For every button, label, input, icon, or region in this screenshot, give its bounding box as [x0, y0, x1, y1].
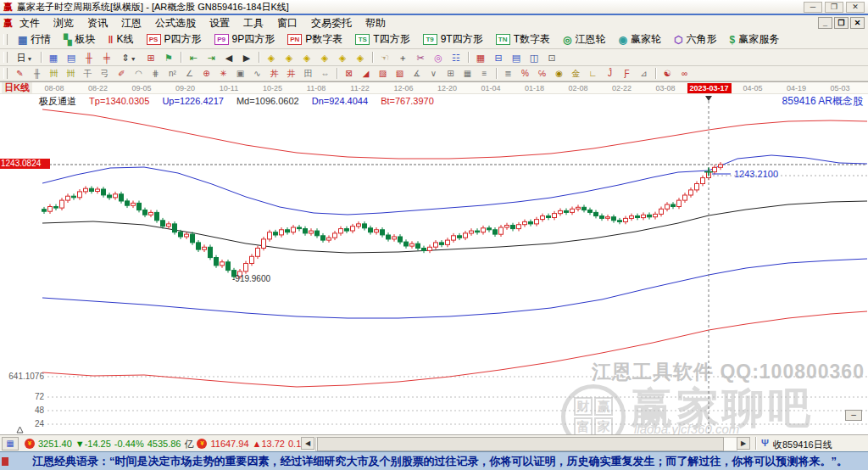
scrollbar-thumb[interactable] — [317, 437, 724, 451]
calendar-button[interactable]: ▦ — [472, 51, 489, 64]
crosshair-tool-button[interactable]: ＋ — [394, 51, 411, 64]
infinity-tool-button[interactable]: ∞ — [676, 68, 693, 80]
kline-style-2-button[interactable]: ╪ — [98, 51, 115, 64]
ruled-frame-button[interactable]: ▦ — [459, 68, 476, 80]
restore-button[interactable]: ❐ — [825, 2, 843, 13]
9t-square-button[interactable]: T99T四方形 — [417, 32, 489, 47]
period-selector-button[interactable]: 日▼ — [12, 51, 37, 64]
zoom-diamond-plus-button[interactable]: ◈ — [316, 51, 333, 64]
price-ruler-button[interactable]: 干 — [80, 68, 96, 80]
target-circle-button[interactable]: ⊕ — [198, 68, 214, 80]
gann-grid-2-button[interactable]: 卌 — [63, 68, 79, 80]
winner-service-button[interactable]: $赢家服务 — [723, 32, 785, 47]
taiji-tool-button[interactable]: ☯ — [659, 68, 676, 80]
menu-item-1[interactable]: 浏览 — [47, 15, 81, 31]
photo-frame-button[interactable]: ▣ — [232, 68, 248, 80]
menu-item-3[interactable]: 江恩 — [114, 15, 148, 31]
ray-fan-button[interactable]: ◢ — [358, 68, 374, 80]
quote-grid-button[interactable]: ▦ — [2, 437, 19, 450]
menu-item-5[interactable]: 设置 — [203, 15, 236, 31]
scroll-right-button[interactable]: ▶ — [737, 437, 750, 450]
zoom-diamond-h-button[interactable]: ◈ — [298, 51, 315, 64]
multi-chart-button[interactable]: ⊞ — [142, 51, 159, 64]
kline-style-1-button[interactable]: ╫ — [81, 51, 97, 64]
t-number-table-button[interactable]: TNT数字表 — [490, 32, 556, 47]
zoom-diamond-full-button[interactable]: ◈ — [352, 51, 369, 64]
well-marker-1-button[interactable]: 丼 — [266, 68, 282, 80]
gann-ruler-button[interactable]: ◎ — [430, 51, 447, 64]
p-number-table-button[interactable]: PNP数字表 — [281, 32, 348, 47]
zigzag-tool-button[interactable]: ∿ — [249, 68, 265, 80]
golden-band-button[interactable]: 金 — [568, 68, 584, 80]
measure-tool-button[interactable]: ✂ — [412, 51, 429, 64]
candle-scale-button[interactable]: ⇕▼ — [116, 51, 142, 64]
hand-tool-button[interactable]: ☜ — [376, 51, 393, 64]
jump-last-button[interactable]: ⇥ — [203, 51, 220, 64]
window-layout-button[interactable]: ▦ — [45, 51, 62, 64]
jump-first-button[interactable]: ⇤ — [185, 51, 202, 64]
parallel-lines-button[interactable]: ≡ — [476, 68, 492, 80]
golden-section-button[interactable]: ◉ — [551, 68, 567, 80]
trend-marker-button[interactable]: ✐ — [114, 68, 130, 80]
menu-item-4[interactable]: 公式选股 — [148, 15, 203, 31]
child-minimize-button[interactable]: _ — [818, 17, 832, 29]
n-square-button[interactable]: n² — [164, 68, 181, 80]
box-grid-button[interactable]: 田 — [300, 68, 316, 80]
close-button[interactable]: ✕ — [846, 2, 865, 13]
menu-item-7[interactable]: 窗口 — [270, 15, 304, 31]
9p-square-button[interactable]: P99P四方形 — [209, 32, 281, 47]
kline-button[interactable]: ‖K线 — [103, 32, 140, 47]
gann-wheel-button[interactable]: ◎江恩轮 — [557, 32, 611, 47]
menu-item-9[interactable]: 帮助 — [359, 15, 392, 31]
gold-angle-button[interactable]: ∟ — [585, 68, 601, 80]
menu-item-2[interactable]: 资讯 — [81, 15, 114, 31]
winner-wheel-button[interactable]: ◉赢家轮 — [612, 32, 666, 47]
span-marker-button[interactable]: ⇔ — [317, 68, 333, 80]
save-button[interactable]: ◫ — [526, 51, 542, 64]
angle-tool-button[interactable]: ∠ — [181, 68, 198, 80]
menu-item-0[interactable]: 文件 — [13, 15, 47, 31]
slope-tool-button[interactable]: ⊿ — [636, 68, 652, 80]
formula-tool-button[interactable]: ☷ — [448, 51, 465, 64]
minimize-button[interactable]: ─ — [804, 2, 822, 13]
scroll-left-button[interactable]: ◀ — [301, 437, 314, 450]
star-tool-button[interactable]: ✳ — [215, 68, 231, 80]
hexagon-button[interactable]: ⬡六角形 — [668, 32, 722, 47]
arc-tool-button[interactable]: ◠ — [131, 68, 147, 80]
percent-box-button[interactable]: ℅ — [534, 68, 550, 80]
fill-box-1-button[interactable]: ▨ — [375, 68, 391, 80]
flag-marker-button[interactable]: ⚑ — [160, 51, 177, 64]
quotes-button[interactable]: ▦行情 — [12, 32, 57, 47]
chart-minimize-button[interactable]: ─ — [845, 410, 862, 421]
measure-list-button[interactable]: ≣ — [500, 68, 516, 80]
zoom-diamond-left-button[interactable]: ◈ — [263, 51, 280, 64]
polyline-tool-button[interactable]: ∨ — [426, 68, 442, 80]
fill-box-2-button[interactable]: ▧ — [392, 68, 408, 80]
step-back-button[interactable]: ◀ — [220, 51, 237, 64]
child-restore-button[interactable]: ❐ — [834, 17, 849, 29]
j-line-button[interactable]: Ĵ — [602, 68, 618, 80]
percent-tool-button[interactable]: % — [517, 68, 533, 80]
sectors-button[interactable]: ▚板块 — [58, 32, 101, 47]
erase-tool-button[interactable]: ⊠ — [341, 68, 357, 80]
menu-item-6[interactable]: 工具 — [236, 15, 270, 31]
time-rulers-button[interactable]: ╫ — [29, 68, 45, 80]
hash-grid-button[interactable]: ⋕ — [147, 68, 164, 80]
well-marker-2-button[interactable]: 井 — [283, 68, 299, 80]
slant-pen-button[interactable]: ∡ — [409, 68, 425, 80]
zoom-diamond-v-button[interactable]: ◈ — [334, 51, 351, 64]
spiral-tool-button[interactable]: 弓 — [97, 68, 113, 80]
info-board-button[interactable]: ▤ — [63, 51, 80, 64]
p-square-button[interactable]: PSP四方形 — [141, 32, 208, 47]
pen-tool-button[interactable]: ✎ — [12, 68, 28, 80]
table-grid-button[interactable]: ⊞ — [442, 68, 459, 80]
f-line-button[interactable]: Ƒ — [619, 68, 635, 80]
gann-grid-1-button[interactable]: 卌 — [46, 68, 62, 80]
data-table-button[interactable]: ▤ — [508, 51, 525, 64]
step-forward-button[interactable]: ▶ — [238, 51, 255, 64]
t-square-button[interactable]: TST四方形 — [349, 32, 415, 47]
export-link-button[interactable]: ⊡ — [543, 51, 560, 64]
zoom-diamond-right-button[interactable]: ◈ — [281, 51, 298, 64]
menu-item-8[interactable]: 交易委托 — [304, 15, 359, 31]
calculator-button[interactable]: ⊟ — [490, 51, 507, 64]
